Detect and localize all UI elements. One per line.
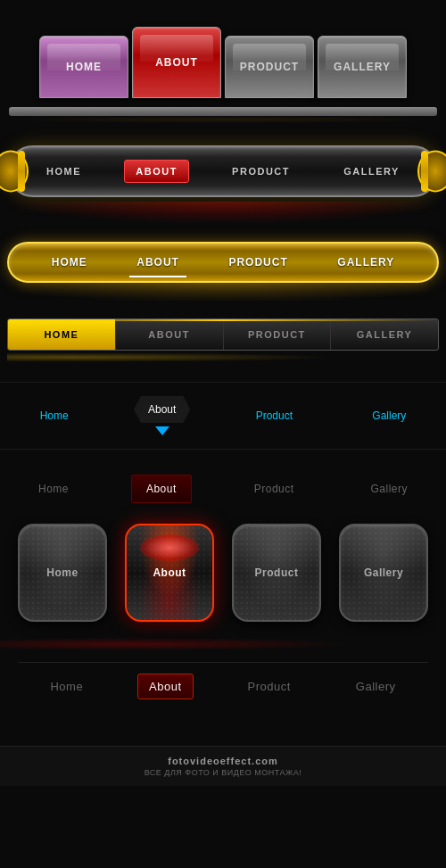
footer: fotovideоeffect.com ВСЕ ДЛЯ ФОТО И ВИДЕО… — [0, 746, 446, 786]
nav7-home-button[interactable]: Home — [18, 524, 107, 622]
nav3-tube: HOME ABOUT PRODUCT GALLERY — [7, 242, 439, 283]
nav2-home-button[interactable]: HOME — [36, 161, 92, 182]
nav1-gallery-button[interactable]: GALLERY — [318, 36, 407, 98]
nav-set-6: Home About Product Gallery — [0, 467, 446, 510]
nav-set-2: HOME ABOUT PRODUCT GALLERY — [7, 145, 439, 197]
nav1-product-button[interactable]: PRODUCT — [225, 36, 314, 98]
nav6-gallery-button[interactable]: Gallery — [357, 475, 423, 502]
spacer — [0, 719, 446, 746]
nav3-about-button[interactable]: ABOUT — [129, 247, 186, 277]
nav-set-3: HOME ABOUT PRODUCT GALLERY — [7, 242, 439, 283]
nav8-bar: Home About Product Gallery — [18, 674, 428, 699]
nav7-about-button[interactable]: About — [125, 524, 214, 622]
nav2-items: HOME ABOUT PRODUCT GALLERY — [20, 153, 426, 190]
nav-set-8: Home About Product Gallery — [18, 662, 428, 710]
nav5-arrow-icon — [155, 426, 169, 435]
nav7-product-button[interactable]: Product — [232, 524, 321, 622]
nav2-product-button[interactable]: PRODUCT — [221, 161, 301, 182]
nav3-gallery-button[interactable]: GALLERY — [330, 247, 401, 277]
nav4-about-button[interactable]: ABOUT — [116, 319, 224, 350]
nav1-home-button[interactable]: HOME — [39, 36, 128, 98]
nav6-bar: Home About Product Gallery — [0, 475, 446, 503]
nav5-about-wrapper: About — [134, 396, 190, 435]
nav6-about-button[interactable]: About — [131, 475, 192, 503]
nav2-ring-left — [18, 151, 25, 192]
nav5-about-button[interactable]: About — [134, 396, 190, 423]
nav8-home-button[interactable]: Home — [39, 674, 94, 699]
nav4-bar: HOME ABOUT PRODUCT GALLERY — [7, 318, 439, 351]
nav3-items: HOME ABOUT PRODUCT GALLERY — [27, 247, 419, 277]
nav8-gallery-button[interactable]: Gallery — [345, 674, 407, 699]
nav2-ring-right — [421, 151, 428, 192]
nav3-product-button[interactable]: PRODUCT — [221, 247, 294, 277]
nav-set-1: HOME ABOUT PRODUCT GALLERY — [0, 0, 446, 107]
nav1-base-bar — [9, 107, 437, 116]
nav5-bar: Home About Product Gallery — [0, 396, 446, 435]
nav-set-7: Home About Product Gallery — [9, 524, 437, 622]
footer-site-name: fotovideоeffect.com — [9, 756, 437, 766]
footer-tagline: ВСЕ ДЛЯ ФОТО И ВИДЕО МОНТАЖА! — [9, 768, 437, 777]
nav5-home-button[interactable]: Home — [26, 402, 83, 429]
nav1-glow — [0, 116, 446, 123]
nav5-product-button[interactable]: Product — [242, 402, 307, 429]
nav4-home-button[interactable]: HOME — [8, 319, 116, 350]
nav7-glow — [0, 635, 446, 653]
nav4-product-button[interactable]: PRODUCT — [224, 319, 332, 350]
nav2-tube: HOME ABOUT PRODUCT GALLERY — [7, 145, 439, 197]
nav-set-5: Home About Product Gallery — [0, 382, 446, 450]
nav3-home-button[interactable]: HOME — [45, 247, 95, 277]
nav8-about-button[interactable]: About — [137, 674, 193, 699]
nav6-product-button[interactable]: Product — [240, 475, 309, 502]
nav4-glow — [7, 351, 439, 364]
nav2-glow — [7, 202, 439, 224]
nav8-product-button[interactable]: Product — [237, 674, 301, 699]
nav2-gallery-button[interactable]: GALLERY — [333, 161, 410, 182]
nav-set-4: HOME ABOUT PRODUCT GALLERY — [7, 318, 439, 364]
nav4-gallery-button[interactable]: GALLERY — [331, 319, 438, 350]
nav6-home-button[interactable]: Home — [24, 475, 83, 502]
nav3-glow — [18, 283, 428, 301]
nav1-about-button[interactable]: ABOUT — [132, 27, 221, 98]
nav2-about-button[interactable]: ABOUT — [124, 160, 189, 183]
nav7-gallery-button[interactable]: Gallery — [339, 524, 428, 622]
nav5-gallery-button[interactable]: Gallery — [358, 402, 420, 429]
